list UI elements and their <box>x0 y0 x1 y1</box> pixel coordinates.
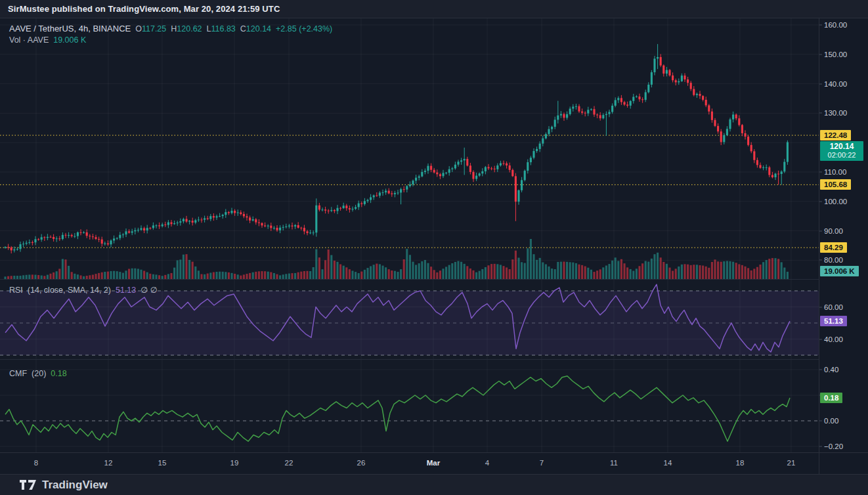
price-tick-label: 110.00 <box>824 168 846 176</box>
axis-tick-mark <box>819 421 822 421</box>
change-value: +2.85 (+2.43%) <box>276 24 332 33</box>
volume-legend-value: 19.006 K <box>53 35 86 45</box>
cmf-params: (20) <box>32 369 46 378</box>
time-axis-label: 7 <box>540 459 544 467</box>
axis-tick-mark <box>819 25 822 26</box>
rsi-tick-label: 40.00 <box>824 335 843 343</box>
brand-bar: TradingView <box>0 474 868 495</box>
tradingview-snapshot: SirMustee published on TradingView.com, … <box>0 0 868 495</box>
time-axis-label: 11 <box>610 459 618 467</box>
chart-plot-area[interactable]: AAVE / TetherUS, 4h, BINANCE O117.25 H12… <box>0 18 819 474</box>
price-tick-label: 80.00 <box>824 256 843 264</box>
price-tick-label: 90.00 <box>824 227 843 235</box>
ohlc-open: O117.25 <box>135 24 166 33</box>
cmf-pane[interactable] <box>0 360 819 452</box>
rsi-extra-values: ∅ ∅ <box>141 285 157 295</box>
rsi-value: 51.13 <box>116 286 136 295</box>
time-axis-label: 8 <box>34 459 38 467</box>
price-tick-label: 100.00 <box>824 198 847 205</box>
cmf-value: 0.18 <box>51 369 66 378</box>
symbol-title: AAVE / TetherUS, 4h, BINANCE <box>9 24 131 33</box>
cmf-legend[interactable]: CMF (20) 0.18 <box>9 369 67 378</box>
cmf-tick-label: −0.20 <box>824 442 843 450</box>
tradingview-logo-icon[interactable] <box>20 480 36 490</box>
time-axis-label: 14 <box>664 459 672 467</box>
last-price-value: 120.14 <box>820 142 863 151</box>
time-axis-label: 22 <box>285 459 293 467</box>
main-grid <box>0 18 819 280</box>
main-price-pane[interactable] <box>0 18 819 280</box>
price-tick-label: 140.00 <box>824 80 847 88</box>
price-axis[interactable]: 160.00150.00140.00130.00110.00100.0090.0… <box>819 18 868 474</box>
time-axis-label: 21 <box>787 459 796 467</box>
ohlc-close: C120.14 <box>240 24 271 33</box>
axis-tick-mark <box>819 370 822 370</box>
axis-tick-mark <box>819 339 822 339</box>
alert-price-label: 122.48 <box>820 130 851 140</box>
axis-tick-mark <box>819 260 822 261</box>
alert-price-label: 84.29 <box>820 242 847 253</box>
cmf-value-label: 0.18 <box>820 393 842 403</box>
axis-tick-mark <box>819 172 822 173</box>
rsi-value-label: 51.13 <box>820 316 847 326</box>
last-price-label: 120.1402:00:22 <box>820 141 863 161</box>
volume-value-label: 19.006 K <box>820 266 859 276</box>
rsi-name: RSI <box>9 286 23 295</box>
axis-tick-mark <box>819 54 822 54</box>
cmf-grid <box>0 360 819 452</box>
axis-tick-mark <box>819 113 822 114</box>
time-axis-label: Mar <box>427 459 440 467</box>
time-axis-label: 26 <box>357 459 366 467</box>
candles <box>4 44 789 253</box>
brand-text[interactable]: TradingView <box>42 479 108 492</box>
price-tick-label: 150.00 <box>824 51 847 58</box>
axis-tick-mark <box>819 446 822 447</box>
volume-bars <box>4 239 789 279</box>
cmf-tick-label: 0.40 <box>824 366 838 374</box>
symbol-legend[interactable]: AAVE / TetherUS, 4h, BINANCE O117.25 H12… <box>9 24 332 33</box>
time-axis-label: 19 <box>230 459 239 467</box>
axis-corner <box>819 452 868 474</box>
cmf-line <box>5 376 790 441</box>
chart-widget: AAVE / TetherUS, 4h, BINANCE O117.25 H12… <box>0 18 868 474</box>
rsi-tick-label: 60.00 <box>824 303 843 311</box>
ohlc-low: L116.83 <box>207 24 236 33</box>
ohlc-high: H120.62 <box>171 24 202 33</box>
cmf-name: CMF <box>9 369 27 378</box>
publish-info-bar: SirMustee published on TradingView.com, … <box>0 0 868 18</box>
volume-legend[interactable]: Vol · AAVE 19.006 K <box>9 35 86 45</box>
axis-tick-mark <box>819 230 822 231</box>
bar-countdown: 02:00:22 <box>820 151 863 159</box>
axis-tick-mark <box>819 83 822 84</box>
time-axis-label: 18 <box>736 459 745 467</box>
cmf-tick-label: 0.00 <box>824 417 838 425</box>
price-tick-label: 130.00 <box>824 109 847 117</box>
publish-info-text: SirMustee published on TradingView.com, … <box>8 4 280 14</box>
price-tick-label: 160.00 <box>824 21 847 29</box>
time-axis-label: 12 <box>104 459 113 467</box>
time-axis-label: 15 <box>158 459 167 467</box>
rsi-legend[interactable]: RSI (14, close, SMA, 14, 2) 51.13 ∅ ∅ <box>9 285 158 295</box>
time-axis[interactable]: 81215192226Mar4711141821 <box>0 452 819 474</box>
time-axis-label: 4 <box>485 459 489 467</box>
rsi-params: (14, close, SMA, 14, 2) <box>28 286 111 295</box>
axis-tick-mark <box>819 307 822 307</box>
alert-price-label: 105.68 <box>820 179 851 190</box>
volume-legend-label: Vol · AAVE <box>9 35 49 45</box>
axis-tick-mark <box>819 201 822 202</box>
